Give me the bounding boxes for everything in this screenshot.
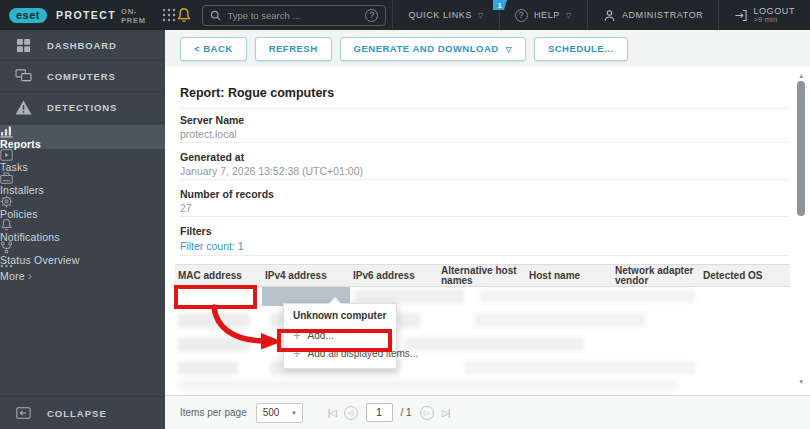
sidebar-item-label: More — [0, 270, 25, 282]
annotation-highlight-mac-cell — [174, 285, 257, 309]
dashboard-icon — [0, 38, 47, 53]
field-label-server-name: Server Name — [180, 114, 244, 126]
filter-count-link[interactable]: Filter count: 1 — [180, 240, 244, 252]
generate-label: GENERATE AND DOWNLOAD — [354, 43, 499, 54]
column-header-network-adapter-vendor[interactable]: Network adapter vendor — [612, 265, 700, 286]
last-page-button[interactable]: ▷| — [442, 407, 450, 418]
policies-gear-icon — [0, 195, 165, 208]
sidebar: DASHBOARD COMPUTERS DETECTIONS Reports T… — [0, 30, 165, 429]
field-label-number-of-records: Number of records — [180, 188, 274, 200]
sidebar-item-more[interactable]: More › — [0, 264, 165, 287]
divider — [180, 108, 788, 109]
items-per-page-value: 500 — [263, 407, 280, 418]
top-bar: eset PROTECT ON-PREM ? QUICK LINKS ▽ 1 ?… — [0, 0, 810, 30]
sidebar-item-computers[interactable]: COMPUTERS — [0, 61, 165, 92]
chevron-down-icon: ▽ — [566, 12, 572, 20]
report-toolbar: < BACK REFRESH GENERATE AND DOWNLOAD ▽ S… — [165, 30, 810, 67]
annotation-highlight-add-all-item — [277, 329, 392, 352]
search-help-icon[interactable]: ? — [365, 9, 378, 22]
redacted-cell — [480, 290, 695, 303]
more-dots-icon — [0, 264, 165, 268]
redacted-cell — [178, 361, 238, 375]
next-page-button[interactable]: ▷ — [420, 406, 434, 420]
grid-dots-icon — [162, 8, 176, 22]
schedule-button[interactable]: SCHEDULE... — [534, 37, 628, 61]
apps-grid-icon[interactable] — [162, 8, 176, 22]
sidebar-item-detections[interactable]: DETECTIONS — [0, 92, 165, 123]
eset-logo-mark: eset — [9, 8, 47, 23]
help-label: HELP — [534, 10, 560, 20]
field-label-generated-at: Generated at — [180, 151, 244, 163]
chevron-down-icon: ▽ — [506, 45, 512, 54]
back-button[interactable]: < BACK — [180, 37, 247, 61]
items-per-page-label: Items per page — [180, 407, 247, 418]
column-header-mac-address[interactable]: MAC address — [175, 265, 262, 286]
scroll-down-arrow-icon[interactable]: ▼ — [798, 378, 804, 385]
refresh-label: REFRESH — [269, 43, 318, 54]
divider — [180, 216, 788, 217]
column-header-alternative-host-names[interactable]: Alternative host names — [438, 265, 526, 286]
redacted-cell — [178, 380, 678, 390]
field-value-number-of-records: 27 — [180, 202, 192, 214]
sidebar-item-dashboard[interactable]: DASHBOARD — [0, 30, 165, 61]
page-number-input[interactable] — [366, 403, 393, 422]
eset-logo[interactable]: eset PROTECT ON-PREM — [0, 5, 147, 25]
logout-icon — [734, 9, 747, 22]
chevron-down-icon: ▽ — [478, 12, 484, 20]
scroll-up-arrow-icon[interactable]: ▲ — [798, 72, 804, 79]
refresh-button[interactable]: REFRESH — [255, 37, 332, 61]
divider — [180, 142, 788, 143]
redacted-cell — [465, 361, 695, 374]
sidebar-item-status-overview[interactable]: Status Overview — [0, 241, 165, 264]
search-icon — [210, 10, 221, 21]
vertical-scrollbar: ▲ ▼ — [795, 68, 807, 394]
sidebar-item-label: DASHBOARD — [47, 40, 117, 51]
main-area: < BACK REFRESH GENERATE AND DOWNLOAD ▽ S… — [165, 30, 810, 429]
field-value-server-name: protect.local — [180, 128, 237, 140]
items-per-page-select[interactable]: 500 ▾ — [256, 403, 303, 423]
sidebar-item-policies[interactable]: Policies — [0, 195, 165, 218]
pagination-bar: Items per page 500 ▾ |◁ ◁ / 1 ▷ ▷| — [165, 395, 810, 429]
first-page-button[interactable]: |◁ — [328, 407, 336, 418]
collapse-icon — [0, 407, 47, 419]
column-header-detected-os[interactable]: Detected OS — [700, 265, 790, 286]
scrollbar-thumb[interactable] — [797, 81, 805, 216]
detections-icon — [0, 100, 47, 115]
field-label-filters: Filters — [180, 225, 212, 237]
divider — [180, 179, 788, 180]
back-label: < BACK — [194, 43, 233, 54]
user-menu[interactable]: ADMINISTRATOR — [587, 0, 718, 30]
notification-bell-icon[interactable] — [176, 7, 192, 23]
global-search[interactable]: ? — [202, 5, 386, 26]
sidebar-item-reports[interactable]: Reports — [0, 125, 165, 149]
table-body — [175, 287, 790, 393]
column-header-ipv4-address[interactable]: IPv4 address — [262, 265, 350, 286]
product-name: PROTECT — [56, 9, 116, 21]
rogue-computers-table: MAC address IPv4 address IPv6 address Al… — [175, 264, 790, 393]
report-content: Report: Rogue computers Server Name prot… — [165, 67, 810, 395]
page-title: Report: Rogue computers — [180, 86, 334, 100]
divider — [180, 255, 788, 256]
logout-button[interactable]: LOGOUT >9 min — [718, 0, 810, 30]
user-icon — [603, 9, 616, 22]
help-menu[interactable]: 1 ? HELP ▽ — [499, 0, 587, 30]
status-overview-icon — [0, 241, 165, 254]
sidebar-item-notifications[interactable]: Notifications — [0, 218, 165, 241]
column-header-host-name[interactable]: Host name — [526, 265, 612, 286]
sidebar-item-installers[interactable]: Installers — [0, 172, 165, 195]
product-edition: ON-PREM — [121, 7, 147, 25]
quick-links-label: QUICK LINKS — [408, 10, 472, 20]
chevron-right-icon: › — [28, 268, 33, 283]
previous-page-button[interactable]: ◁ — [344, 406, 358, 420]
redacted-cell — [405, 337, 585, 351]
computers-icon — [0, 69, 47, 83]
generate-and-download-button[interactable]: GENERATE AND DOWNLOAD ▽ — [340, 37, 526, 61]
sidebar-item-tasks[interactable]: Tasks — [0, 149, 165, 172]
column-header-ipv6-address[interactable]: IPv6 address — [350, 265, 438, 286]
help-icon: ? — [515, 9, 528, 22]
search-input[interactable] — [227, 10, 359, 21]
sidebar-collapse-button[interactable]: COLLAPSE — [0, 396, 165, 429]
redacted-cell — [178, 337, 250, 352]
table-header-row: MAC address IPv4 address IPv6 address Al… — [175, 264, 790, 287]
quick-links-menu[interactable]: QUICK LINKS ▽ — [392, 0, 499, 30]
